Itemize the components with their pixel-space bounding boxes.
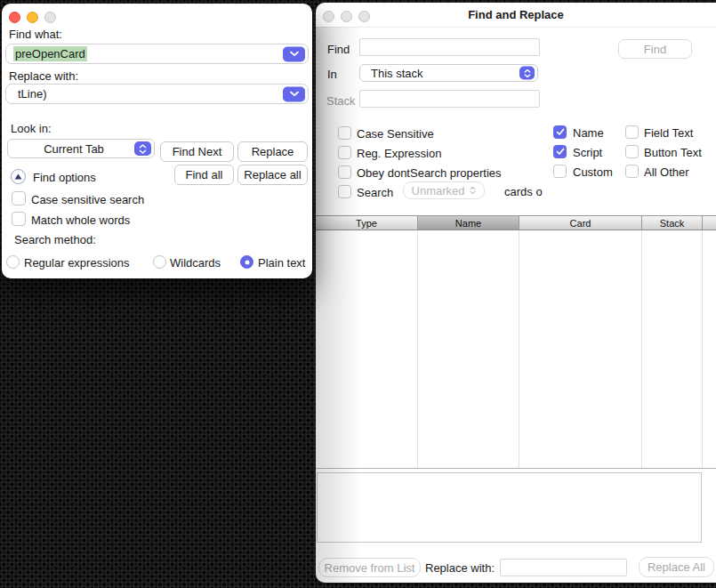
reg-expression-checkbox[interactable] xyxy=(338,146,351,159)
results-table-body[interactable] xyxy=(316,230,716,469)
name-checkbox[interactable] xyxy=(553,125,567,139)
chevron-up-down-icon xyxy=(134,141,151,156)
check-icon xyxy=(556,128,565,136)
find-next-button[interactable]: Find Next xyxy=(160,141,234,162)
find-what-value: preOpenCard xyxy=(13,46,87,61)
find-options-disclosure-button[interactable] xyxy=(11,169,26,184)
case-sensitive-search-label: Case sensitive search xyxy=(31,193,144,206)
table-column-spacer xyxy=(703,230,716,468)
chevron-up-down-icon xyxy=(519,67,535,80)
look-in-dropdown[interactable]: Current Tab xyxy=(7,139,155,158)
column-header-spacer xyxy=(703,216,716,230)
check-icon xyxy=(556,148,565,156)
marked-cards-value: Unmarked xyxy=(412,184,465,197)
minimize-button-icon[interactable] xyxy=(341,11,352,22)
table-column-type xyxy=(316,230,418,468)
stack-label: Stack xyxy=(326,94,356,108)
find-and-replace-window: Find and Replace Find Find In This stack… xyxy=(316,3,716,583)
match-whole-words-label: Match whole words xyxy=(31,213,130,227)
desktop: { "colors": { "accent": "#6167e8", "high… xyxy=(0,0,716,588)
regular-expressions-label: Regular expressions xyxy=(24,256,130,270)
search-marked-label: Search xyxy=(357,186,393,199)
in-scope-dropdown[interactable]: This stack xyxy=(359,64,538,82)
table-column-name xyxy=(418,230,519,468)
wildcards-radio[interactable] xyxy=(153,255,166,269)
field-text-checkbox[interactable] xyxy=(625,125,639,139)
minimize-button-icon[interactable] xyxy=(27,12,38,23)
find-label: Find xyxy=(327,43,350,56)
wildcards-label: Wildcards xyxy=(170,256,221,270)
custom-checkbox[interactable] xyxy=(553,165,567,178)
replace-with-label: Replace with: xyxy=(425,561,495,575)
all-other-label: All Other xyxy=(644,165,689,179)
find-button[interactable]: Find xyxy=(618,39,692,59)
replace-with-combobox[interactable]: tLine) xyxy=(5,84,309,104)
chevron-down-icon[interactable] xyxy=(283,86,305,101)
case-sensitive-checkbox[interactable] xyxy=(338,126,351,140)
find-dialog-window: Find what: preOpenCard Replace with: tLi… xyxy=(2,4,312,278)
stack-input[interactable] xyxy=(359,90,540,108)
obey-dontsearch-checkbox[interactable] xyxy=(338,165,351,179)
column-header-stack[interactable]: Stack xyxy=(642,216,703,230)
zoom-button-icon[interactable] xyxy=(44,12,56,23)
window-title: Find and Replace xyxy=(468,8,564,21)
all-other-checkbox[interactable] xyxy=(625,165,639,178)
triangle-up-icon xyxy=(14,173,22,180)
results-table: Type Name Card Stack xyxy=(316,215,716,469)
plain-text-radio[interactable] xyxy=(240,255,253,269)
button-text-label: Button Text xyxy=(644,146,702,159)
zoom-button-icon[interactable] xyxy=(358,11,370,22)
chevron-down-icon[interactable] xyxy=(283,46,305,61)
table-column-stack xyxy=(642,230,703,468)
find-what-label: Find what: xyxy=(9,28,62,41)
replace-all-button[interactable]: Replace all xyxy=(237,165,308,185)
find-all-button[interactable]: Find all xyxy=(174,165,234,185)
button-text-checkbox[interactable] xyxy=(625,145,639,158)
reg-expression-label: Reg. Expression xyxy=(357,147,441,160)
results-table-header: Type Name Card Stack xyxy=(316,215,716,230)
case-sensitive-label: Case Sensitive xyxy=(357,127,434,141)
column-header-name[interactable]: Name xyxy=(418,216,519,230)
close-button-icon[interactable] xyxy=(323,11,334,22)
regular-expressions-radio[interactable] xyxy=(6,255,20,269)
in-label: In xyxy=(327,68,337,81)
result-detail-panel[interactable] xyxy=(317,472,702,543)
look-in-value: Current Tab xyxy=(8,142,154,156)
titlebar[interactable]: Find and Replace xyxy=(316,3,716,28)
replace-with-input[interactable] xyxy=(500,559,627,576)
name-label: Name xyxy=(573,126,604,140)
find-what-combobox[interactable]: preOpenCard xyxy=(5,44,309,64)
replace-with-label: Replace with: xyxy=(9,69,78,83)
close-button-icon[interactable] xyxy=(9,12,20,23)
replace-all-button[interactable]: Replace All xyxy=(639,557,714,577)
column-header-card[interactable]: Card xyxy=(519,216,642,230)
field-text-label: Field Text xyxy=(644,126,693,140)
remove-from-list-button[interactable]: Remove from List xyxy=(318,558,421,577)
plain-text-label: Plain text xyxy=(258,256,305,270)
find-options-label: Find options xyxy=(33,171,96,184)
marked-cards-dropdown[interactable]: Unmarked xyxy=(403,181,485,199)
match-whole-words-checkbox[interactable] xyxy=(12,212,26,226)
replace-with-value: tLine) xyxy=(18,87,47,101)
search-marked-checkbox[interactable] xyxy=(338,185,351,198)
obey-dontsearch-label: Obey dontSearch properties xyxy=(357,166,502,180)
in-scope-value: This stack xyxy=(360,67,537,80)
replace-button[interactable]: Replace xyxy=(237,141,308,162)
find-input[interactable] xyxy=(359,38,540,56)
script-label: Script xyxy=(573,146,602,159)
look-in-label: Look in: xyxy=(11,122,52,135)
chevron-up-down-icon xyxy=(470,186,476,195)
script-checkbox[interactable] xyxy=(553,145,567,158)
cards-only-label: cards o xyxy=(504,185,543,198)
case-sensitive-search-checkbox[interactable] xyxy=(12,191,26,205)
table-column-card xyxy=(519,230,642,468)
column-header-type[interactable]: Type xyxy=(316,216,418,230)
custom-label: Custom xyxy=(573,165,613,179)
titlebar[interactable] xyxy=(2,4,312,27)
search-method-label: Search method: xyxy=(14,233,96,246)
